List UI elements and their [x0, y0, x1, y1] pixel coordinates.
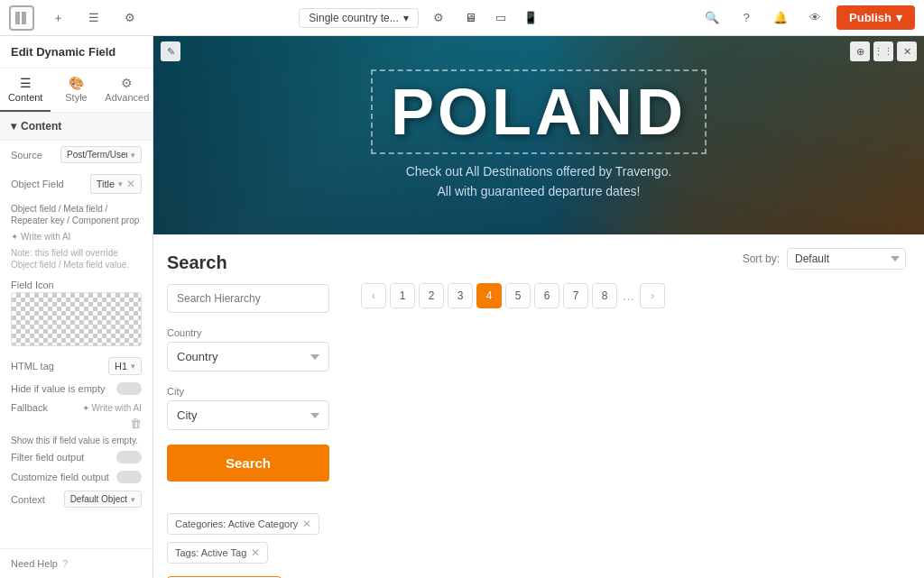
html-tag-select[interactable]: H1 ▾ [108, 357, 142, 375]
chevron-down-icon: ▾ [131, 151, 135, 160]
page-8-button[interactable]: 8 [592, 283, 617, 308]
svg-rect-1 [22, 12, 26, 16]
field-icon-section-label: Field Icon [0, 274, 152, 292]
context-select[interactable]: Default Object ▾ [64, 491, 142, 508]
source-row: Source Post/Term/User/Obj... ▾ [0, 141, 152, 169]
prev-page-button[interactable]: ‹ [361, 283, 386, 308]
chevron-down-icon: ▾ [118, 179, 123, 188]
settings-gear-button[interactable]: ⚙ [426, 5, 451, 31]
source-value: Post/Term/User/Obj... [67, 150, 127, 160]
chevron-down-icon: ▾ [11, 120, 16, 133]
publish-button[interactable]: Publish ▾ [836, 5, 915, 30]
tab-style[interactable]: 🎨 Style [51, 69, 101, 112]
content-tab-icon: ☰ [20, 76, 32, 90]
category-tag-label: Categories: Active Category [175, 518, 298, 529]
pagination-dots: … [621, 289, 636, 303]
override-note: Note: this field will override Object fi… [0, 243, 152, 274]
hero-subtitle: Check out All Destinations offered by Tr… [406, 161, 672, 202]
tags-filter-tag: Tags: Active Tag ✕ [167, 542, 268, 564]
fallback-trash-button[interactable]: 🗑 [130, 417, 142, 430]
chevron-down-icon: ▾ [403, 12, 409, 24]
html-tag-value: H1 [115, 361, 127, 372]
desktop-view-button[interactable]: 🖥 [458, 5, 484, 31]
page-5-button[interactable]: 5 [505, 283, 531, 308]
panel-header: Edit Dynamic Field [0, 36, 152, 69]
page-6-button[interactable]: 6 [534, 283, 559, 308]
sort-select[interactable]: Default Price: Low to High Price: High t… [787, 248, 906, 270]
filter-output-toggle[interactable] [116, 451, 142, 463]
search-button[interactable]: 🔍 [699, 5, 725, 31]
category-filter-tag: Categories: Active Category ✕ [167, 513, 319, 535]
need-help-link[interactable]: Need Help ? [0, 548, 152, 578]
page-1-button[interactable]: 1 [390, 283, 415, 308]
hide-if-empty-toggle[interactable] [116, 382, 142, 395]
top-bar-left: ＋ ☰ ⚙ [9, 5, 143, 31]
customize-output-toggle[interactable] [116, 471, 142, 483]
panel-tabs: ☰ Content 🎨 Style ⚙ Advanced [0, 69, 152, 113]
pagination: ‹ 1 2 3 4 5 6 7 8 … › [361, 283, 906, 308]
object-field-select[interactable]: Title ▾ ✕ [90, 174, 142, 194]
mobile-view-button[interactable]: 📱 [518, 5, 543, 31]
preview-button[interactable]: 👁 [802, 5, 827, 31]
hero-close-button[interactable]: ✕ [897, 41, 917, 61]
object-field-clear-button[interactable]: ✕ [126, 178, 135, 190]
main-layout: Edit Dynamic Field ☰ Content 🎨 Style ⚙ A… [0, 36, 924, 578]
country-select[interactable]: Country [167, 342, 329, 372]
customize-output-label: Customize field output [11, 472, 109, 482]
content-section-label: Content [21, 120, 61, 133]
content-tab-label: Content [8, 92, 43, 103]
city-label: City [167, 386, 329, 397]
object-field-row: Object Field Title ▾ ✕ [0, 169, 152, 199]
hero-banner: ⊕ ⋮⋮ ✕ ✎ POLAND Check out All Destinatio… [153, 36, 924, 234]
source-select[interactable]: Post/Term/User/Obj... ▾ [60, 146, 142, 163]
next-page-button[interactable]: › [640, 283, 665, 308]
notifications-button[interactable]: 🔔 [768, 5, 793, 31]
page-4-button[interactable]: 4 [476, 283, 502, 308]
tablet-view-button[interactable]: ▭ [488, 5, 513, 31]
hero-move-button[interactable]: ⊕ [850, 41, 870, 61]
fallback-label: Fallback [11, 402, 48, 413]
content-section-header[interactable]: ▾ Content [0, 113, 152, 141]
tab-content[interactable]: ☰ Content [0, 69, 51, 112]
top-bar-center: Single country te... ▾ ⚙ 🖥 ▭ 📱 [299, 5, 542, 31]
chevron-down-icon: ▾ [896, 11, 902, 24]
page-3-button[interactable]: 3 [448, 283, 473, 308]
site-name-dropdown[interactable]: Single country te... ▾ [299, 8, 418, 28]
search-hierarchy-input[interactable] [167, 284, 329, 313]
write-with-ai-link[interactable]: ✦ Write with AI [0, 230, 152, 243]
meta-field-label: Object field / Meta field / Repeater key… [0, 199, 152, 230]
customize-output-row: Customize field output [0, 467, 152, 487]
advanced-tab-label: Advanced [105, 92, 149, 103]
publish-label: Publish [849, 11, 892, 24]
search-title: Search [167, 252, 329, 273]
hero-title: POLAND [371, 69, 707, 154]
tags-filter-remove-button[interactable]: ✕ [251, 546, 260, 559]
help-circle-icon: ? [62, 558, 68, 569]
page-2-button[interactable]: 2 [419, 283, 444, 308]
elementor-logo[interactable] [9, 5, 34, 31]
hero-subtitle-line1: Check out All Destinations offered by Tr… [406, 161, 672, 181]
hide-if-empty-row: Hide if value is empty [0, 379, 152, 399]
responsive-menu-button[interactable]: ☰ [81, 5, 106, 31]
hero-columns-button[interactable]: ⋮⋮ [873, 41, 893, 61]
hero-edit-button[interactable]: ✎ [161, 41, 180, 61]
city-select[interactable]: City [167, 400, 329, 430]
tab-advanced[interactable]: ⚙ Advanced [102, 69, 152, 112]
svg-rect-2 [22, 16, 26, 21]
hero-controls: ⊕ ⋮⋮ ✕ [850, 41, 917, 61]
help-button[interactable]: ? [734, 5, 759, 31]
svg-rect-0 [15, 12, 20, 24]
search-button[interactable]: Search [167, 445, 329, 482]
site-name-label: Single country te... [309, 12, 398, 24]
filter-tags: Categories: Active Category ✕ Tags: Acti… [153, 500, 343, 578]
settings-button[interactable]: ⚙ [117, 5, 143, 31]
context-value: Default Object [70, 494, 127, 504]
filter-output-label: Filter field output [11, 452, 84, 463]
content-area: ⊕ ⋮⋮ ✕ ✎ POLAND Check out All Destinatio… [153, 36, 924, 578]
add-element-button[interactable]: ＋ [45, 5, 70, 31]
object-field-value: Title [97, 179, 115, 189]
category-filter-remove-button[interactable]: ✕ [302, 518, 311, 530]
fallback-write-ai[interactable]: ✦ Write with AI [82, 403, 142, 413]
show-if-label: Show this if field value is empty. [0, 434, 152, 447]
page-7-button[interactable]: 7 [563, 283, 588, 308]
